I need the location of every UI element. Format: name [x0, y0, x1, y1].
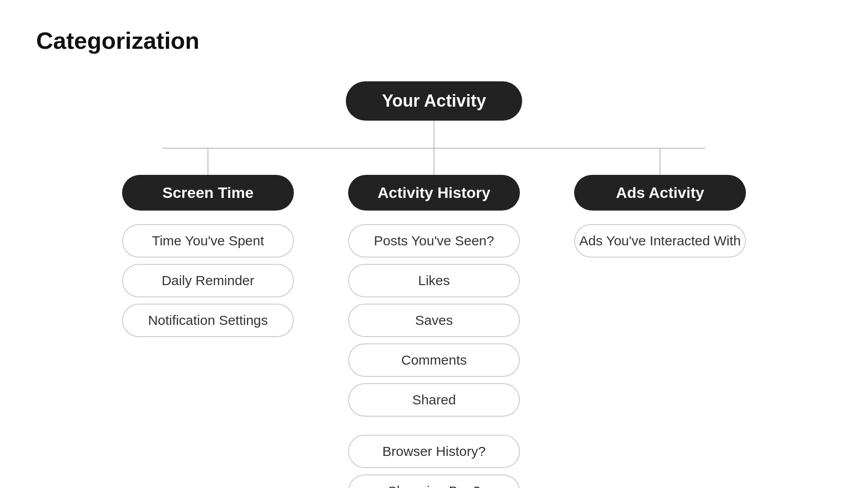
list-item: Likes	[348, 264, 520, 297]
list-item: Daily Reminder	[122, 264, 294, 297]
list-item: Comments	[348, 343, 520, 377]
list-item: Posts You've Seen?	[348, 224, 520, 258]
columns-container: Screen Time Time You've Spent Daily Remi…	[95, 148, 773, 488]
sub-items-activity-history: Posts You've Seen? Likes Saves Comments …	[348, 224, 520, 417]
list-item: Ads You've Interacted With	[574, 224, 746, 258]
gap-items-activity-history: Browser History? Shopping Bag? Previous …	[348, 435, 520, 488]
column-screen-time: Screen Time Time You've Spent Daily Remi…	[95, 148, 321, 488]
list-item: Browser History?	[348, 435, 520, 468]
page-title: Categorization	[36, 27, 832, 54]
list-item: Notification Settings	[122, 304, 294, 337]
column-ads-activity: Ads Activity Ads You've Interacted With	[547, 148, 773, 488]
root-node: Your Activity	[346, 81, 522, 121]
list-item: Saves	[348, 304, 520, 337]
list-item: Shared	[348, 383, 520, 417]
list-item: Shopping Bag?	[348, 474, 520, 488]
sub-items-ads-activity: Ads You've Interacted With	[574, 224, 746, 258]
diagram-container: Your Activity Screen Time Time You've Sp…	[36, 81, 832, 488]
root-connector	[434, 121, 434, 148]
sub-items-screen-time: Time You've Spent Daily Reminder Notific…	[122, 224, 294, 337]
horizontal-bar	[163, 148, 705, 149]
col-connector-ads-activity	[660, 148, 660, 175]
category-activity-history: Activity History	[348, 175, 520, 211]
category-screen-time: Screen Time	[122, 175, 294, 211]
col-connector-activity-history	[434, 148, 434, 175]
category-ads-activity: Ads Activity	[574, 175, 746, 211]
page-container: Categorization Your Activity Screen Time…	[0, 0, 868, 488]
list-item: Time You've Spent	[122, 224, 294, 258]
column-activity-history: Activity History Posts You've Seen? Like…	[321, 148, 547, 488]
col-connector-screen-time	[208, 148, 208, 175]
